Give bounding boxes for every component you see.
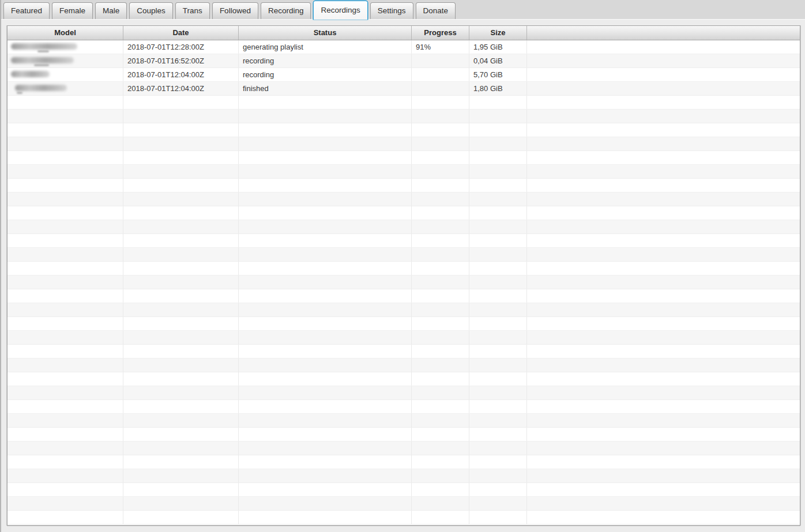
table-row-empty [7,179,800,193]
tab-bar: FeaturedFemaleMaleCouplesTransFollowedRe… [1,0,805,20]
cell-size: 0,04 GiB [469,54,527,67]
cell-progress [412,220,469,233]
cell-progress [412,497,469,510]
table-row-empty [7,483,800,497]
cell-model [7,151,123,164]
tab-featured[interactable]: Featured [3,2,50,19]
cell-size [469,331,527,344]
table-row-empty [7,137,800,151]
tab-recordings[interactable]: Recordings [313,1,367,20]
cell-progress [412,400,469,413]
cell-size [469,262,527,275]
column-header-size[interactable]: Size [469,26,527,40]
cell-filler [527,68,800,81]
cell-size [469,372,527,386]
cell-size [469,123,527,137]
cell-status [239,469,412,482]
redacted-model-name [11,43,77,50]
cell-date [123,497,239,510]
cell-progress [412,428,469,441]
cell-status [239,96,412,109]
column-header-status[interactable]: Status [239,26,412,40]
cell-filler [527,331,800,344]
cell-size [469,110,527,123]
cell-filler [527,428,800,441]
tab-trans[interactable]: Trans [175,2,210,19]
cell-status [239,483,412,496]
cell-size [469,497,527,510]
cell-filler [527,123,800,137]
cell-model [7,442,123,455]
tab-female[interactable]: Female [52,2,93,19]
tab-settings[interactable]: Settings [370,2,413,19]
cell-status [239,511,412,524]
cell-size [469,317,527,330]
table-row[interactable]: 2018-07-01T12:04:00Zfinished1,80 GiB [7,82,800,96]
cell-status [239,372,412,386]
tab-couples[interactable]: Couples [129,2,173,19]
table-row-empty [7,386,800,400]
cell-filler [527,276,800,289]
cell-status [239,331,412,344]
cell-model [7,386,123,399]
table-row[interactable]: 2018-07-01T16:52:00Zrecording0,04 GiB [7,54,800,68]
cell-size [469,248,527,261]
cell-progress [412,414,469,427]
cell-model [7,497,123,510]
cell-status: recording [239,68,412,81]
cell-status [239,206,412,220]
tab-followed[interactable]: Followed [212,2,258,19]
cell-filler [527,206,800,220]
cell-size [469,96,527,109]
cell-progress [412,483,469,496]
cell-status [239,123,412,137]
cell-status [239,110,412,123]
cell-progress [412,331,469,344]
tab-male[interactable]: Male [95,2,127,19]
cell-status [239,428,412,441]
cell-status [239,151,412,164]
cell-progress [412,96,469,109]
cell-date [123,151,239,164]
table-row-empty [7,442,800,455]
cell-date [123,234,239,247]
cell-model [7,359,123,372]
table-row-empty [7,455,800,469]
cell-status: finished [239,82,412,95]
cell-status [239,345,412,358]
table-row-empty [7,96,800,110]
column-header-date[interactable]: Date [123,26,239,40]
cell-filler [527,165,800,178]
column-header-model[interactable]: Model [7,26,123,40]
cell-date [123,123,239,137]
cell-status [239,400,412,413]
cell-date [123,345,239,358]
cell-filler [527,511,800,524]
cell-progress [412,276,469,289]
cell-date [123,359,239,372]
tab-donate[interactable]: Donate [416,2,456,19]
cell-status [239,455,412,469]
table-row-empty [7,511,800,525]
table-row[interactable]: 2018-07-01T12:28:00Zgenerating playlist9… [7,40,800,54]
column-header-empty[interactable] [527,26,800,40]
table-header: ModelDateStatusProgressSize [7,26,800,40]
cell-filler [527,54,800,67]
cell-status [239,179,412,192]
column-header-progress[interactable]: Progress [412,26,469,40]
cell-date [123,400,239,413]
cell-date [123,193,239,206]
table-row-empty [7,151,800,165]
tab-recording[interactable]: Recording [261,2,311,19]
cell-size [469,151,527,164]
cell-model [7,206,123,220]
cell-model [7,469,123,482]
cell-date [123,483,239,496]
table-row[interactable]: 2018-07-01T12:04:00Zrecording5,70 GiB [7,68,800,82]
cell-date [123,303,239,316]
cell-date [123,137,239,150]
redacted-model-name [11,57,74,63]
cell-size [469,469,527,482]
cell-progress [412,317,469,330]
cell-date [123,179,239,192]
